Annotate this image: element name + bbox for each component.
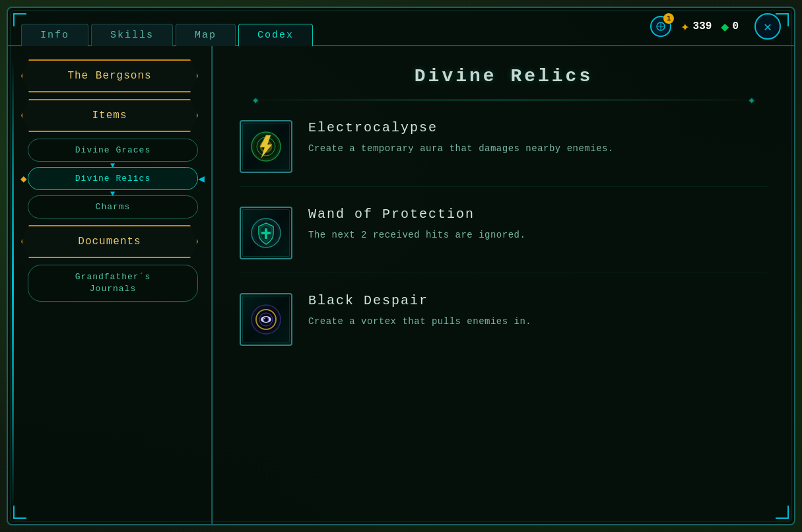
svg-rect-11 — [261, 232, 271, 234]
sidebar-item-documents[interactable]: Documents — [21, 225, 198, 258]
relic-electrocalypse: Electrocalypse Create a temporary aura t… — [240, 120, 768, 187]
sidebar-item-divine-graces[interactable]: Divine Graces ▼ — [28, 139, 198, 162]
sidebar-item-charms[interactable]: Charms — [28, 195, 198, 218]
drops-value: 0 — [732, 20, 739, 32]
body: The Bergsons Items Divine Graces ▼ ◆ Div… — [8, 46, 794, 524]
svg-point-9 — [254, 221, 278, 245]
star-icon: ✦ — [681, 18, 689, 36]
compass-badge: 1 — [663, 13, 674, 24]
compass-icon: 1 — [650, 16, 671, 37]
coins-resource: ✦ 339 — [681, 18, 712, 36]
svg-point-16 — [261, 316, 271, 323]
sidebar-item-divine-relics[interactable]: ◆ Divine Relics ◀ ▼ — [28, 167, 198, 190]
relic-wand-of-protection: Wand of Protection The next 2 received h… — [240, 207, 768, 273]
svg-point-4 — [254, 135, 278, 158]
header: Info Skills Map Codex 1 ✦ 339 ◆ 0 — [8, 8, 794, 46]
svg-point-5 — [257, 137, 275, 156]
relic-icon-black-despair — [240, 293, 292, 346]
drops-resource: ◆ 0 — [721, 18, 739, 35]
documents-submenu: Grandfather´sJournals — [28, 265, 198, 302]
sidebar-item-the-bergsons[interactable]: The Bergsons — [21, 59, 198, 92]
relic-name-black-despair: Black Despair — [308, 293, 768, 308]
svg-point-3 — [251, 132, 281, 161]
tab-codex[interactable]: Codex — [238, 24, 313, 46]
items-submenu: Divine Graces ▼ ◆ Divine Relics ◀ ▼ Char… — [28, 139, 198, 218]
tab-info[interactable]: Info — [21, 24, 88, 46]
svg-point-8 — [251, 218, 281, 248]
arrow-right-icon: ◀ — [198, 172, 205, 185]
relic-desc-electrocalypse: Create a temporary aura that damages nea… — [308, 142, 768, 156]
tab-map[interactable]: Map — [176, 24, 236, 46]
resources-bar: 1 ✦ 339 ◆ 0 ✕ — [650, 13, 781, 45]
divider — [240, 100, 768, 100]
svg-point-19 — [264, 318, 265, 319]
sidebar-item-grandfather-journals[interactable]: Grandfather´sJournals — [28, 265, 198, 302]
svg-point-13 — [254, 308, 278, 331]
tab-skills[interactable]: Skills — [91, 24, 173, 46]
relic-info-wand: Wand of Protection The next 2 received h… — [308, 207, 768, 242]
coins-value: 339 — [693, 20, 712, 32]
content-title: Divine Relics — [240, 66, 768, 86]
relic-desc-wand: The next 2 received hits are ignored. — [308, 228, 768, 242]
relic-info-black-despair: Black Despair Create a vortex that pulls… — [308, 293, 768, 329]
relic-name-wand: Wand of Protection — [308, 207, 768, 222]
main-panel: Info Skills Map Codex 1 ✦ 339 ◆ 0 — [7, 7, 795, 525]
sidebar-item-items[interactable]: Items — [21, 99, 198, 132]
svg-marker-6 — [260, 135, 272, 158]
svg-point-12 — [251, 305, 281, 334]
svg-point-17 — [263, 317, 269, 322]
relic-icon-electrocalypse — [240, 120, 292, 173]
relic-name-electrocalypse: Electrocalypse — [308, 120, 768, 135]
svg-point-7 — [261, 141, 271, 152]
close-button[interactable]: ✕ — [754, 13, 781, 40]
relic-info-electrocalypse: Electrocalypse Create a temporary aura t… — [308, 120, 768, 156]
relic-black-despair: Black Despair Create a vortex that pulls… — [240, 293, 768, 359]
compass-resource: 1 — [650, 16, 671, 37]
svg-point-14 — [256, 310, 276, 329]
svg-point-18 — [265, 318, 268, 321]
drop-icon: ◆ — [721, 18, 729, 35]
relic-icon-wand — [240, 207, 292, 259]
sidebar: The Bergsons Items Divine Graces ▼ ◆ Div… — [8, 46, 213, 524]
arrow-left-icon: ◆ — [20, 172, 28, 185]
main-content: Divine Relics — [213, 46, 794, 524]
relic-desc-black-despair: Create a vortex that pulls enemies in. — [308, 315, 768, 329]
svg-rect-10 — [265, 228, 267, 239]
svg-point-15 — [259, 313, 273, 326]
